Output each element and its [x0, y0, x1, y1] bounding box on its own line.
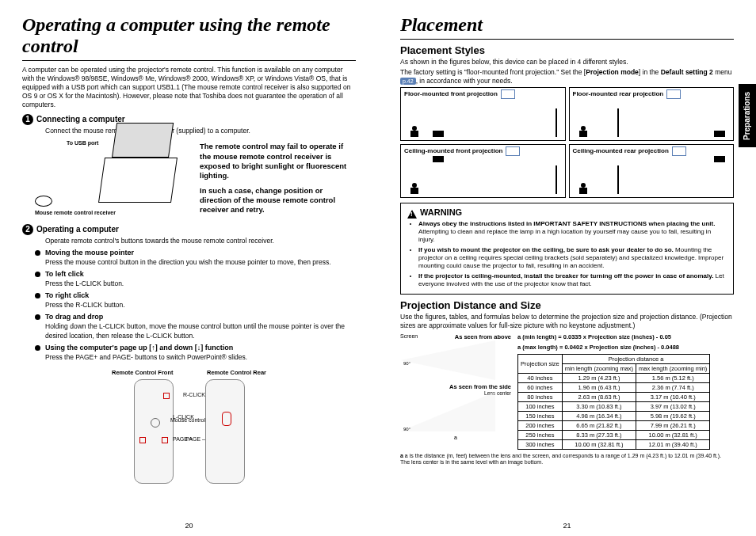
pd-text: Use the figures, tables, and formulas be…: [400, 313, 734, 330]
b1-title: Moving the mouse pointer: [45, 249, 134, 257]
placement-floor-front: Floor-mounted front projection: [400, 87, 566, 141]
person-icon: [409, 183, 420, 194]
step-2-icon: 2: [22, 224, 33, 235]
projection-mode-icon: [672, 146, 686, 156]
b5-title: Using the computer's page up [↑] and dow…: [45, 344, 233, 352]
laptop-icon: [98, 158, 178, 203]
pagep-callout: PAGE +: [173, 436, 193, 442]
page-number-left: 20: [0, 522, 378, 530]
above-label: As seen from above: [455, 333, 511, 340]
intro-text: A computer can be operated using the pro…: [22, 66, 356, 109]
b3-desc: Press the R-CLICK button.: [45, 301, 356, 310]
warning-note-1: The remote control may fail to operate i…: [200, 142, 356, 181]
receiver-icon: [35, 196, 52, 207]
screen-label: Screen: [400, 333, 418, 339]
page-number-right: 21: [378, 522, 756, 530]
page-ref-link[interactable]: p.42: [400, 78, 416, 85]
warn-item-3: If the projector is ceiling-mounted, ins…: [418, 272, 727, 289]
side-label: As seen from the side: [449, 383, 511, 390]
projector-icon: [714, 131, 725, 137]
section1-heading: 1Connecting a computer: [22, 114, 356, 125]
screen-icon: [556, 165, 557, 194]
page-title-right: Placement: [400, 14, 734, 36]
remote-figure: Remote Control Front Remote Control Rear…: [22, 368, 356, 484]
bullet-icon: [35, 272, 40, 277]
screen-icon: [617, 165, 619, 194]
footnote: a a is the distance (m, feet) between th…: [400, 453, 734, 466]
placement-ceiling-rear: Ceiling-mounted rear projection: [569, 144, 735, 198]
ps-text1: As shown in the figures below, this devi…: [400, 58, 734, 67]
projection-table: Projection sizeProjection distance a min…: [517, 354, 710, 450]
formula-min: a (min length) = 0.0335 x Projection siz…: [517, 333, 710, 340]
th-size: Projection size: [518, 354, 563, 373]
warning-box: WARNING Always obey the instructions lis…: [400, 203, 734, 295]
step-1-icon: 1: [22, 114, 33, 125]
left-page: Operating a computer using the remote co…: [0, 0, 378, 536]
b4-title: To drag and drop: [45, 313, 103, 321]
screen-icon: [617, 108, 619, 137]
formula-max: a (max length) = 0.0402 x Projection siz…: [517, 344, 710, 351]
a-label: a: [400, 435, 511, 440]
screen-icon: [556, 108, 557, 137]
remote-front-icon: [134, 379, 174, 484]
warn-item-1: Always obey the instructions listed in I…: [418, 220, 727, 245]
bullet-icon: [35, 250, 40, 256]
warning-triangle-icon: [407, 210, 417, 219]
placement-floor-rear: Floor-mounted rear projection: [569, 87, 735, 141]
projection-diagrams: Screen As seen from above 90° As seen fr…: [400, 333, 511, 440]
projection-mode-icon: [506, 146, 520, 156]
section1-text: Connect the mouse remote control receive…: [45, 127, 356, 135]
th-max: max length (zooming min): [636, 363, 710, 373]
projector-icon: [433, 131, 444, 137]
b1-desc: Press the mouse control button in the di…: [45, 258, 356, 267]
rclick-callout: R-CLICK: [183, 392, 205, 397]
remote-front-label: Remote Control Front: [112, 369, 174, 376]
section2-text: Operate remote control's buttons towards…: [45, 237, 356, 245]
bullet-icon: [35, 345, 40, 351]
warn-item-2: If you wish to mount the projector on th…: [418, 246, 727, 271]
section2-heading: 2Operating a computer: [22, 224, 356, 235]
remote-rear-icon: [205, 379, 245, 484]
th-dist: Projection distance a: [562, 354, 710, 363]
mouse-callout: Mouse control: [170, 417, 205, 423]
warning-title: WARNING: [420, 207, 462, 217]
page-title-left: Operating a computer using the remote co…: [22, 14, 356, 57]
b2-title: To left click: [45, 270, 84, 278]
table-row: 60 inches1.96 m (6.43 ft.)2.36 m (7.74 f…: [518, 382, 710, 392]
table-row: 150 inches4.98 m (16.34 ft.)5.98 m (19.6…: [518, 411, 710, 420]
ps-text2: The factory setting is "floor-mounted fr…: [400, 68, 734, 86]
person-icon: [578, 126, 589, 137]
projection-distance-heading: Projection Distance and Size: [400, 299, 734, 311]
projection-mode-icon: [666, 89, 681, 99]
b2-desc: Press the L-CLICK button.: [45, 279, 356, 288]
b4-desc: Holding down the L-CLICK button, move th…: [45, 322, 356, 340]
table-row: 100 inches3.30 m (10.83 ft.)3.97 m (13.0…: [518, 401, 710, 411]
table-row: 200 inches6.65 m (21.82 ft.)7.99 m (26.2…: [518, 420, 710, 430]
projector-icon: [433, 156, 444, 162]
angle-90: 90°: [403, 361, 410, 366]
th-min: min length (zooming max): [562, 363, 636, 373]
person-icon: [409, 126, 420, 137]
usb-port-label: To USB port: [67, 140, 98, 146]
projection-mode-icon: [501, 89, 515, 99]
placement-ceiling-front: Ceiling-mounted front projection: [400, 144, 566, 198]
table-row: 40 inches1.29 m (4.23 ft.)1.56 m (5.12 f…: [518, 373, 710, 382]
projector-icon: [714, 156, 725, 162]
table-row: 80 inches2.63 m (8.63 ft.)3.17 m (10.40 …: [518, 392, 710, 401]
person-icon: [578, 183, 589, 194]
right-page: Placement Placement Styles As shown in t…: [378, 0, 756, 536]
placement-styles-heading: Placement Styles: [400, 44, 734, 56]
connect-figure: To USB port Mouse remote control receive…: [22, 140, 356, 219]
placement-grid: Floor-mounted front projection Floor-mou…: [400, 87, 734, 198]
bullet-icon: [35, 314, 40, 320]
warning-note-2: In such a case, change position or direc…: [200, 186, 356, 215]
section-tab: Preparations: [739, 84, 756, 147]
receiver-label: Mouse remote control receiver: [35, 210, 116, 215]
b5-desc: Press the PAGE+ and PAGE- buttons to swi…: [45, 353, 356, 362]
angle-90: 90°: [403, 427, 410, 431]
remote-rear-label: Remote Control Rear: [207, 369, 266, 376]
b3-title: To right click: [45, 291, 89, 299]
bullet-icon: [35, 293, 40, 298]
table-row: 250 inches8.33 m (27.33 ft.)10.00 m (32.…: [518, 430, 710, 439]
table-row: 300 inches10.00 m (32.81 ft.)12.01 m (39…: [518, 439, 710, 449]
